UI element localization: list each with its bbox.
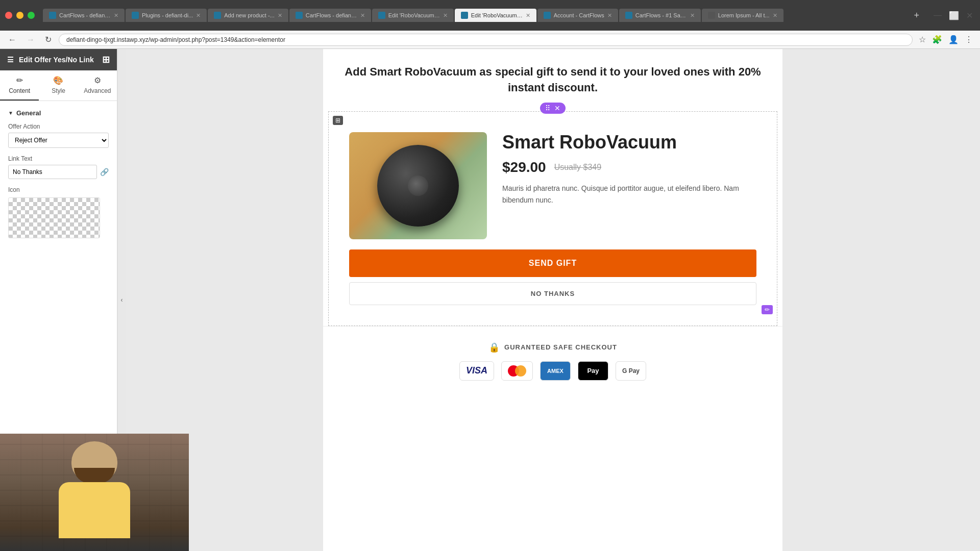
product-title: Smart RoboVacuum <box>502 132 756 153</box>
browser-tab-4[interactable]: CartFlows - defiant-... ✕ <box>289 9 371 22</box>
header-banner: Add Smart RoboVacuum as special gift to … <box>323 49 782 111</box>
no-thanks-label: NO THANKS <box>531 290 575 297</box>
amex-icon: AMEX <box>540 361 571 381</box>
profile-icon[interactable]: 👤 <box>946 34 961 45</box>
browser-tabs: CartFlows - defiant-... ✕ Plugins - defi… <box>43 9 905 22</box>
browser-tab-6[interactable]: Edit 'RoboVacuum -... ✕ <box>455 9 536 22</box>
extensions-icon[interactable]: 🧩 <box>930 34 944 45</box>
link-text-field: Link Text 🔗 <box>8 155 109 179</box>
sidebar-grid-icon[interactable]: ⊞ <box>102 54 110 65</box>
product-grid: Smart RoboVacuum $29.00 Usually $349 Mau… <box>339 122 767 249</box>
mc-orange-circle <box>515 365 526 377</box>
browser-chrome: CartFlows - defiant-... ✕ Plugins - defi… <box>0 0 980 31</box>
checkout-safe-text: GURANTEED SAFE CHECKOUT <box>504 343 617 351</box>
product-price: $29.00 <box>502 159 546 176</box>
product-original-price: Usually $349 <box>554 163 602 172</box>
minimize-button[interactable]: — <box>932 10 944 21</box>
browser-bar: ← → ↻ ☆ 🧩 👤 ⋮ <box>0 31 980 49</box>
product-info: Smart RoboVacuum $29.00 Usually $349 Mau… <box>502 132 756 206</box>
checkout-section: 🔒 GURANTEED SAFE CHECKOUT VISA AMEX Pay … <box>323 326 782 396</box>
browser-tab-2[interactable]: Plugins - defiant-di... ✕ <box>126 9 207 22</box>
sidebar-title: Edit Offer Yes/No Link <box>19 56 94 64</box>
content-icon: ✏ <box>16 76 23 85</box>
icon-label: Icon <box>8 186 109 193</box>
tab-content-label: Content <box>9 87 30 94</box>
bookmark-icon[interactable]: ☆ <box>917 34 928 45</box>
tab-content[interactable]: ✏ Content <box>0 70 39 101</box>
mastercard-circles <box>508 365 526 377</box>
product-section-toolbar: ⠿ ✕ <box>540 103 566 114</box>
maximize-button[interactable]: ⬜ <box>947 10 961 21</box>
mastercard-icon <box>501 361 533 381</box>
browser-tab-5[interactable]: Edit 'RoboVacuum -... ✕ <box>372 9 454 22</box>
back-button[interactable]: ← <box>5 34 19 45</box>
product-section-handle[interactable]: ⊞ <box>333 116 343 125</box>
sidebar-tabs: ✏ Content 🎨 Style ⚙ Advanced <box>0 70 117 101</box>
tab-advanced-label: Advanced <box>84 87 111 94</box>
webcam-overlay <box>0 434 189 551</box>
reload-button[interactable]: ↻ <box>42 34 55 45</box>
link-text-row: 🔗 <box>8 165 109 179</box>
lock-icon: 🔒 <box>488 342 500 353</box>
icon-picker-placeholder[interactable] <box>8 197 100 238</box>
browser-tab-8[interactable]: CartFlows - #1 Sale... ✕ <box>619 9 701 22</box>
new-tab-button[interactable]: + <box>910 8 923 23</box>
page-wrapper: Add Smart RoboVacuum as special gift to … <box>323 49 782 551</box>
webcam-feed <box>0 434 189 551</box>
product-section: ⠿ ✕ ⊞ Smart RoboVacuum $29.00 Usually $3… <box>328 111 777 326</box>
tab-advanced[interactable]: ⚙ Advanced <box>78 70 117 101</box>
no-thanks-edit-button[interactable]: ✏ <box>762 305 773 314</box>
style-icon: 🎨 <box>53 76 63 85</box>
sidebar-menu-icon[interactable]: ☰ <box>7 56 14 64</box>
googlepay-icon: G Pay <box>616 361 646 381</box>
webcam-body <box>59 482 130 538</box>
link-dynamic-icon[interactable]: 🔗 <box>100 168 109 176</box>
tab-style[interactable]: 🎨 Style <box>39 70 78 101</box>
link-text-input[interactable] <box>8 165 97 179</box>
button-area: SEND GIFT NO THANKS ✏ <box>339 249 767 315</box>
link-text-label: Link Text <box>8 155 109 162</box>
browser-tab-1[interactable]: CartFlows - defiant-... ✕ <box>43 9 125 22</box>
send-gift-button[interactable]: SEND GIFT <box>349 249 756 277</box>
tab-style-label: Style <box>52 87 65 94</box>
forward-button[interactable]: → <box>23 34 38 45</box>
canvas-area: Add Smart RoboVacuum as special gift to … <box>126 49 980 551</box>
browser-action-icons: ☆ 🧩 👤 ⋮ <box>917 34 975 45</box>
payment-icons: VISA AMEX Pay G Pay <box>333 361 772 381</box>
browser-tab-7[interactable]: Account - CartFlows ✕ <box>537 9 618 22</box>
header-text: Add Smart RoboVacuum as special gift to … <box>345 65 761 94</box>
general-section-title: General <box>8 109 109 117</box>
advanced-icon: ⚙ <box>94 76 101 85</box>
webcam-person <box>43 436 145 548</box>
product-description: Mauris id pharetra nunc. Quisque id port… <box>502 183 756 206</box>
webcam-beard <box>74 468 115 483</box>
checkout-safe: 🔒 GURANTEED SAFE CHECKOUT <box>333 342 772 353</box>
offer-action-label: Offer Action <box>8 123 109 130</box>
robot-vacuum-image <box>377 145 459 227</box>
applepay-icon: Pay <box>578 361 608 381</box>
product-price-row: $29.00 Usually $349 <box>502 159 756 176</box>
offer-action-select[interactable]: Reject Offer Accept Offer <box>8 133 109 148</box>
section-close-button[interactable]: ✕ <box>554 104 560 112</box>
sidebar-header: ☰ Edit Offer Yes/No Link ⊞ <box>0 49 117 70</box>
icon-field: Icon <box>8 186 109 238</box>
browser-tab-9[interactable]: Lorem Ipsum - All t... ✕ <box>702 9 783 22</box>
offer-action-field: Offer Action Reject Offer Accept Offer <box>8 123 109 148</box>
browser-tab-3[interactable]: Add new product -... ✕ <box>208 9 288 22</box>
settings-icon[interactable]: ⋮ <box>963 34 975 45</box>
drag-handle-icon[interactable]: ⠿ <box>545 104 550 112</box>
visa-icon: VISA <box>459 361 494 381</box>
no-thanks-button[interactable]: NO THANKS <box>349 282 756 305</box>
address-bar[interactable] <box>59 34 913 46</box>
product-image <box>349 132 487 239</box>
close-window-button[interactable]: ✕ <box>964 10 975 21</box>
